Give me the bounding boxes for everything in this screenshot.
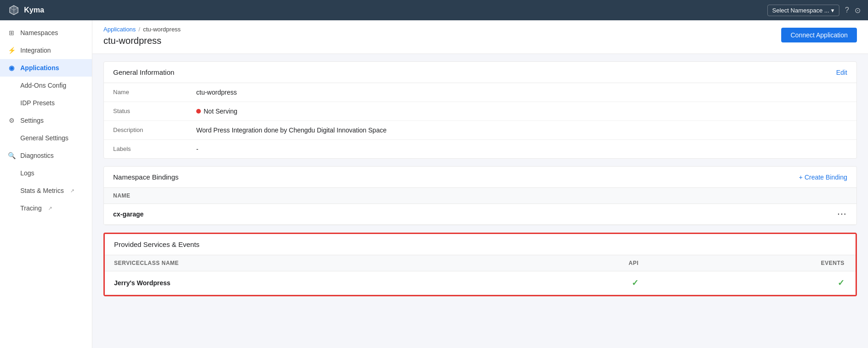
services-events-title: Provided Services & Events (114, 240, 199, 248)
namespace-bindings-title: Namespace Bindings (113, 173, 179, 181)
page-title: ctu-wordpress (103, 36, 181, 46)
app-layout: ⊞ Namespaces ⚡ Integration ◉ Application… (0, 20, 868, 348)
status-value: Not Serving (187, 102, 856, 121)
header-left: Kyma (7, 4, 44, 17)
row-actions-menu[interactable]: ··· (583, 204, 856, 225)
edit-link[interactable]: Edit (836, 69, 847, 76)
labels-label: Labels (104, 140, 187, 159)
help-icon[interactable]: ? (845, 6, 849, 14)
namespace-bindings-card: Namespace Bindings + Create Binding NAME… (103, 166, 857, 225)
table-row: Jerry's Wordpress ✓ ✓ (105, 271, 856, 295)
sidebar-item-general-settings[interactable]: General Settings (0, 129, 92, 147)
namespace-bindings-header: Namespace Bindings + Create Binding (104, 167, 856, 188)
status-dot (196, 109, 201, 114)
header-right: Select Namespace ... ▾ ? ⊙ (767, 5, 861, 16)
general-info-title: General Information (113, 68, 175, 76)
connect-application-button[interactable]: Connect Application (781, 28, 857, 42)
breadcrumb: Applications / ctu-wordpress (103, 26, 181, 33)
sidebar-item-idp-presets[interactable]: IDP Presets (0, 94, 92, 112)
sidebar: ⊞ Namespaces ⚡ Integration ◉ Application… (0, 20, 92, 348)
sidebar-item-settings[interactable]: ⚙ Settings (0, 112, 92, 129)
binding-name: cx-garage (104, 204, 583, 225)
sidebar-item-stats-metrics[interactable]: Stats & Metrics ↗ (0, 182, 92, 199)
services-table: SERVICECLASS NAME API EVENTS Jerry's Wor… (105, 255, 856, 295)
labels-value: - (187, 140, 856, 159)
sidebar-item-logs[interactable]: Logs (0, 164, 92, 182)
diagnostics-icon: 🔍 (7, 151, 16, 160)
col-api-header: API (464, 255, 666, 271)
applications-icon: ◉ (7, 64, 16, 72)
kyma-logo-icon (7, 4, 20, 17)
breadcrumb-applications-link[interactable]: Applications (103, 26, 136, 33)
general-information-card: General Information Edit Name ctu-wordpr… (103, 61, 857, 159)
name-label: Name (104, 83, 187, 102)
sidebar-item-addons-config[interactable]: Add-Ons Config (0, 77, 92, 94)
info-row-name: Name ctu-wordpress (104, 83, 856, 102)
idp-icon (7, 99, 16, 107)
top-header: Kyma Select Namespace ... ▾ ? ⊙ (0, 0, 868, 20)
namespace-select[interactable]: Select Namespace ... ▾ (767, 5, 840, 16)
create-binding-button[interactable]: + Create Binding (799, 174, 847, 181)
info-row-status: Status Not Serving (104, 102, 856, 121)
logs-icon (7, 169, 16, 177)
integration-icon: ⚡ (7, 46, 16, 54)
bindings-header-row: NAME (104, 188, 856, 204)
sidebar-item-diagnostics[interactable]: 🔍 Diagnostics (0, 147, 92, 164)
status-badge: Not Serving (196, 108, 847, 115)
services-events-card: Provided Services & Events SERVICECLASS … (103, 233, 857, 296)
service-events-checkmark: ✓ (666, 271, 856, 295)
logo-text: Kyma (24, 6, 44, 14)
breadcrumb-current: ctu-wordpress (143, 26, 181, 33)
col-name-header: NAME (104, 188, 583, 204)
general-info-table: Name ctu-wordpress Status Not Serving (104, 83, 856, 158)
col-actions-header (583, 188, 856, 204)
breadcrumb-separator: / (139, 26, 140, 33)
tracing-icon (7, 204, 16, 212)
description-value: Word Press Integration done by Chengdu D… (187, 121, 856, 140)
info-row-labels: Labels - (104, 140, 856, 159)
bindings-table: NAME cx-garage ··· (104, 188, 856, 225)
description-label: Description (104, 121, 187, 140)
main-content: Applications / ctu-wordpress ctu-wordpre… (92, 20, 868, 348)
service-api-checkmark: ✓ (464, 271, 666, 295)
external-link-icon-stats: ↗ (70, 188, 74, 194)
user-icon[interactable]: ⊙ (855, 6, 861, 15)
sidebar-item-namespaces[interactable]: ⊞ Namespaces (0, 24, 92, 42)
page-header-left: Applications / ctu-wordpress ctu-wordpre… (103, 26, 181, 46)
stats-metrics-icon (7, 186, 16, 195)
settings-icon: ⚙ (7, 116, 16, 125)
name-value: ctu-wordpress (187, 83, 856, 102)
general-settings-icon (7, 134, 16, 142)
col-serviceclass-header: SERVICECLASS NAME (105, 255, 464, 271)
services-events-header: Provided Services & Events (105, 234, 856, 255)
sidebar-item-integration[interactable]: ⚡ Integration (0, 42, 92, 59)
sidebar-item-tracing[interactable]: Tracing ↗ (0, 199, 92, 217)
external-link-icon-tracing: ↗ (48, 205, 52, 211)
content-area: General Information Edit Name ctu-wordpr… (92, 54, 868, 304)
general-info-header: General Information Edit (104, 62, 856, 83)
chevron-down-icon: ▾ (831, 7, 834, 14)
namespaces-icon: ⊞ (7, 29, 16, 37)
service-name: Jerry's Wordpress (105, 271, 464, 295)
info-row-description: Description Word Press Integration done … (104, 121, 856, 140)
sidebar-item-applications[interactable]: ◉ Applications (0, 59, 92, 77)
page-header: Applications / ctu-wordpress ctu-wordpre… (92, 20, 868, 54)
col-events-header: EVENTS (666, 255, 856, 271)
status-label: Status (104, 102, 187, 121)
services-header-row: SERVICECLASS NAME API EVENTS (105, 255, 856, 271)
table-row: cx-garage ··· (104, 204, 856, 225)
addons-icon (7, 81, 16, 90)
